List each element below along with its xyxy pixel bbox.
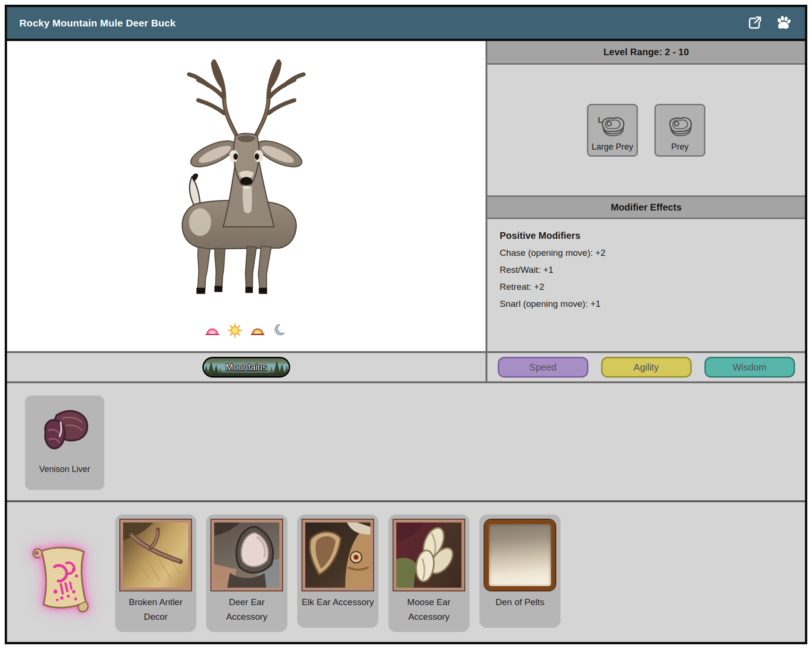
level-range-label: Level Range: 2 - 10 [603,47,689,58]
stats-cell: Speed Agility Wisdom [487,353,805,381]
positive-modifiers-title: Positive Modifiers [500,230,793,241]
npc-info-window: Rocky Mountain Mule Deer Buck [5,5,807,644]
paw-icon[interactable] [774,14,793,33]
modifier-effects-header: Modifier Effects [487,195,805,219]
sun-icon [227,323,243,338]
sunset-icon [250,323,265,338]
moon-icon [273,323,288,338]
moose-ear-accessory-image [393,520,464,590]
modifier-line: Snarl (opening move): +1 [500,299,793,309]
prey-badge-large-prey: L Large Prey [587,104,638,157]
page-title: Rocky Mountain Mule Deer Buck [19,17,176,29]
elk-ear-accessory-image [302,520,373,590]
creature-panel [7,41,486,351]
craftable-item-broken-antler-decor[interactable]: Broken Antler Decor [115,514,196,632]
active-times-row [205,323,288,338]
prey-badge-label: Prey [671,142,688,152]
stat-badge-speed: Speed [498,357,588,378]
level-range-header: Level Range: 2 - 10 [487,41,805,65]
deer-ear-accessory-image [211,520,282,590]
craftable-item-moose-ear-accessory[interactable]: Moose Ear Accessory [388,514,469,632]
biome-stats-row: Mountains Speed Agility Wisdom [7,351,805,383]
liver-icon [34,401,95,462]
external-link-icon[interactable] [746,15,762,31]
den-of-pelts-image [485,520,555,590]
item-label: Broken Antler Decor [118,595,193,624]
mule-deer-buck-image [154,41,339,323]
item-label: Den of Pelts [495,595,544,609]
prey-size-area: L Large Prey [487,65,805,195]
craftable-item-elk-ear-accessory[interactable]: Elk Ear Accessory [297,514,378,628]
modifier-line: Rest/Wait: +1 [500,265,793,275]
large-prey-letter: L [598,116,603,125]
item-label: Moose Ear Accessory [391,595,467,624]
modifier-effects-body: Positive Modifiers Chase (opening move):… [487,219,805,351]
sunrise-icon [205,323,220,338]
title-bar: Rocky Mountain Mule Deer Buck [7,7,805,41]
item-label: Deer Ear Accessory [209,595,285,624]
broken-antler-decor-image [120,520,191,590]
prey-badge-prey: Prey [654,104,705,157]
stat-badge-agility: Agility [601,357,692,378]
biome-label: Mountains [226,362,267,372]
drop-item-venison-liver[interactable]: Venison Liver [25,396,104,490]
drops-section: Venison Liver [7,383,805,502]
modifier-line: Retreat: +2 [500,282,793,292]
encyclopedia-page: Rocky Mountain Mule Deer Buck [0,0,812,649]
main-row: Level Range: 2 - 10 L Large Prey [7,41,805,351]
glowing-recipe-scroll-icon[interactable] [28,542,97,622]
item-label: Elk Ear Accessory [301,595,374,609]
biome-badge-mountains[interactable]: Mountains [202,357,290,378]
craftables-section: Broken Antler Decor Deer Ear Access [7,502,805,642]
item-label: Venison Liver [39,464,90,474]
prey-badge-label: Large Prey [592,142,633,152]
modifier-effects-label: Modifier Effects [611,202,681,213]
craftable-item-deer-ear-accessory[interactable]: Deer Ear Accessory [206,514,287,632]
biome-cell: Mountains [7,353,486,381]
modifier-line: Chase (opening move): +2 [500,248,793,258]
steak-icon [665,115,695,140]
details-panel: Level Range: 2 - 10 L Large Prey [487,41,805,351]
stat-badge-wisdom: Wisdom [704,357,795,378]
craftable-item-den-of-pelts[interactable]: Den of Pelts [479,514,561,628]
